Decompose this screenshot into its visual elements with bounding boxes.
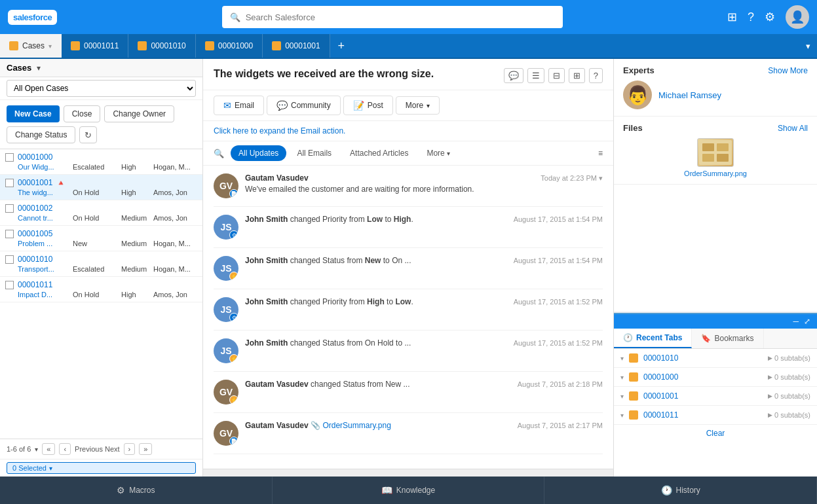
case-checkbox-00001000[interactable] [5,153,14,162]
collapse-arrow-2[interactable]: ▾ [620,374,624,381]
tab-00001011[interactable]: 00001011 [62,34,128,58]
case-checkbox-00001010[interactable] [5,255,14,264]
expert-name[interactable]: Michael Ramsey [658,90,721,100]
user-avatar[interactable]: 👤 [786,5,809,29]
subtabs-arrow-3: ▶ [768,393,772,399]
horizontal-scrollbar[interactable] [203,469,613,477]
expand-email-note[interactable]: Click here to expand the Email action. [203,121,613,141]
community-action-button[interactable]: 💬 Community [267,96,341,115]
tab-label-00001011: 00001011 [84,41,119,50]
change-status-button[interactable]: Change Status [7,126,75,143]
macros-nav-item[interactable]: ⚙ Macros [0,477,273,504]
expand-icon[interactable]: ⤢ [804,317,810,326]
show-all-files-link[interactable]: Show All [778,124,808,133]
next-page-button[interactable]: › [124,443,136,455]
last-page-button[interactable]: » [139,443,152,455]
expand-feed-1[interactable]: ▾ [599,174,603,182]
sidebar-dropdown-icon[interactable]: ▾ [37,63,41,73]
file-thumb-svg [699,140,732,165]
case-row-00001010[interactable]: 00001010 Transport... Escalated Medium H… [0,251,202,277]
history-nav-item[interactable]: 🕐 History [544,477,817,504]
search-input[interactable] [246,12,555,22]
case-row-00001001[interactable]: 00001001 🔺 The widg... On Hold High Amos… [0,175,202,200]
case-checkbox-00001005[interactable] [5,230,14,238]
feed-search-icon[interactable]: 🔍 [214,149,224,158]
minimize-icon[interactable]: ─ [793,317,799,326]
settings-icon[interactable]: ⚙ [765,10,775,24]
split-view-button[interactable]: ⊟ [548,68,565,83]
help-icon[interactable]: ? [748,10,754,24]
feed-badge-7: 📄 [229,437,238,446]
case-checkbox-00001011[interactable] [5,281,14,289]
bookmarks-tab[interactable]: 🔖 Bookmarks [692,329,763,348]
filter-attached-articles[interactable]: Attached Articles [342,145,416,161]
recent-tab-00001010[interactable]: ▾ 00001010 ▶ 0 subtab(s) [614,349,817,368]
change-owner-button[interactable]: Change Owner [104,105,174,122]
tab-00001010[interactable]: 00001010 [128,34,195,58]
feed-file-link[interactable]: OrderSummary.png [322,421,390,430]
file-name[interactable]: OrderSummary.png [684,170,747,177]
case-number-00001000[interactable]: 00001000 [18,153,52,162]
cases-tab-dropdown[interactable]: ▾ [48,43,52,50]
case-row-00001000[interactable]: 00001000 Our Widg... Escalated High Hoga… [0,149,202,175]
case-number-00001010[interactable]: 00001010 [18,255,52,264]
grid-view-button[interactable]: ⊞ [569,68,585,83]
case-header-icons: 💬 ☰ ⊟ ⊞ ? [504,68,603,83]
history-icon: 🕐 [661,485,672,495]
recent-tab-00001000[interactable]: ▾ 00001000 ▶ 0 subtab(s) [614,368,817,387]
collapse-arrow-4[interactable]: ▾ [620,412,624,419]
recent-case-num-1[interactable]: 00001010 [643,353,763,363]
top-navigation: salesforce 🔍 ⊞ ? ⚙ 👤 [0,0,817,34]
recent-tab-00001001[interactable]: ▾ 00001001 ▶ 0 subtab(s) [614,387,817,406]
collapse-arrow-1[interactable]: ▾ [620,355,624,362]
case-subject-00001010: Transport... [18,265,70,273]
close-button[interactable]: Close [64,105,101,122]
page-range-dropdown[interactable]: ▾ [35,446,38,453]
case-number-00001001[interactable]: 00001001 [18,178,52,187]
show-more-experts-link[interactable]: Show More [768,66,808,75]
case-subject-00001000: Our Widg... [18,163,70,171]
case-number-00001002[interactable]: 00001002 [18,204,52,213]
feed-sort-button[interactable]: ≡ [598,149,603,158]
post-action-button[interactable]: 📝 Post [343,96,393,115]
case-checkbox-00001001[interactable] [5,179,14,187]
recent-case-num-2[interactable]: 00001000 [643,372,763,382]
knowledge-nav-item[interactable]: 📖 Knowledge [273,477,545,504]
case-row-00001002[interactable]: 00001002 Cannot tr... On Hold Medium Amo… [0,200,202,226]
filter-more[interactable]: More ▾ [419,145,458,161]
add-tab-button[interactable]: + [330,34,353,58]
tab-00001000[interactable]: 00001000 [196,34,263,58]
recent-tabs-tab[interactable]: 🕐 Recent Tabs [614,329,692,348]
prev-page-button[interactable]: ‹ [59,443,71,455]
tab-00001001[interactable]: 00001001 [263,34,330,58]
more-actions-label: More [406,101,423,110]
collapse-arrow-3[interactable]: ▾ [620,393,624,400]
recent-case-num-3[interactable]: 00001001 [643,391,763,401]
case-filter-select[interactable]: All Open Cases [7,80,196,97]
more-actions-button[interactable]: More ▾ [396,96,440,115]
knowledge-label: Knowledge [396,486,435,495]
case-number-00001011[interactable]: 00001011 [18,280,52,289]
apps-icon[interactable]: ⊞ [727,10,737,24]
tab-cases[interactable]: Cases ▾ [0,34,62,58]
comment-icon-button[interactable]: 💬 [504,68,523,83]
help-case-button[interactable]: ? [589,68,603,83]
selected-dropdown-icon[interactable]: ▾ [49,465,52,472]
filter-all-emails[interactable]: All Emails [289,145,339,161]
recent-case-num-4[interactable]: 00001011 [643,410,763,420]
recent-tab-00001011[interactable]: ▾ 00001011 ▶ 0 subtab(s) [614,406,817,425]
case-row-00001005[interactable]: 00001005 Problem ... New Medium Hogan, M… [0,226,202,251]
email-action-button[interactable]: ✉ Email [214,96,264,115]
cases-tab-label: Cases [22,41,45,50]
clear-recent-tabs-button[interactable]: Clear [614,425,817,442]
new-case-button[interactable]: New Case [7,105,60,122]
feed-item-7: GV 📄 Gautam Vasudev 📎 OrderSummary.png A… [214,413,603,454]
list-icon-button[interactable]: ☰ [527,68,544,83]
case-row-00001011[interactable]: 00001011 Impact D... On Hold High Amos, … [0,277,202,302]
case-checkbox-00001002[interactable] [5,204,14,213]
filter-all-updates[interactable]: All Updates [231,145,286,161]
case-number-00001005[interactable]: 00001005 [18,229,52,238]
tabs-more-dropdown[interactable]: ▾ [799,34,817,58]
refresh-button[interactable]: ↻ [79,126,97,143]
first-page-button[interactable]: « [42,443,55,455]
